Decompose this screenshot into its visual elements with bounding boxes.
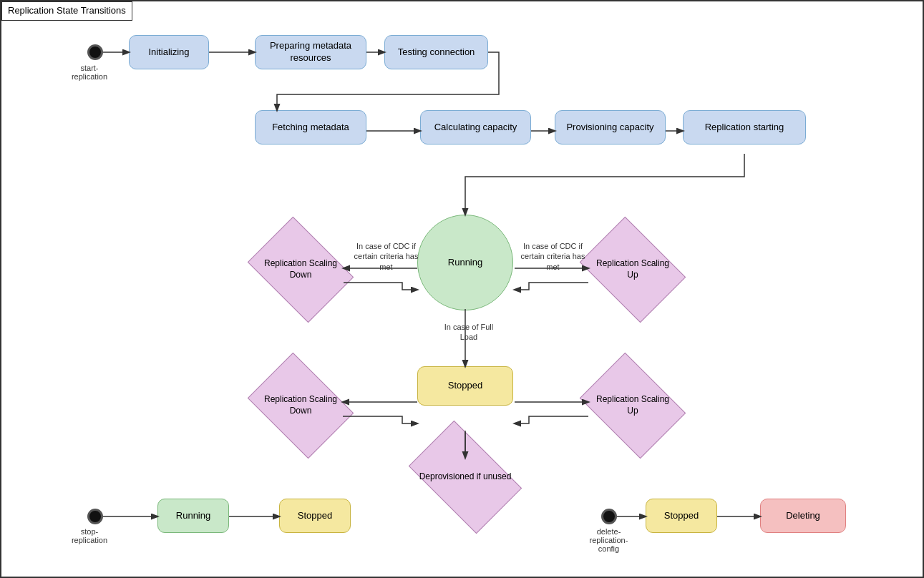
provisioning-capacity-state: Provisioning capacity <box>555 110 666 144</box>
scaling-up-top-diamond: Replication Scaling Up <box>590 237 676 302</box>
stopped-main-state: Stopped <box>417 366 513 406</box>
page-title: Replication State Transitions <box>1 1 132 21</box>
running-main-state: Running <box>417 215 513 310</box>
scaling-up-bottom-diamond: Replication Scaling Up <box>590 373 676 438</box>
cdc-left-top-label: In case of CDC if certain criteria has m… <box>352 241 420 272</box>
full-load-label: In case of Full Load <box>440 322 497 343</box>
stop-replication-label: stop-replication <box>64 527 115 544</box>
fetching-metadata-state: Fetching metadata <box>255 110 366 144</box>
running-bottom-state: Running <box>157 499 229 533</box>
delete-replication-node <box>601 509 617 524</box>
deleting-state: Deleting <box>760 499 846 533</box>
delete-replication-label: delete-replication- config <box>578 527 639 553</box>
deprovisioned-diamond: Deprovisioned if unused <box>417 445 513 509</box>
initializing-state: Initializing <box>129 35 209 69</box>
scaling-down-bottom-diamond: Replication Scaling Down <box>258 373 344 438</box>
testing-connection-state: Testing connection <box>384 35 488 69</box>
stop-replication-node <box>87 509 103 524</box>
start-replication-label: start-replication <box>64 64 115 81</box>
stopped-bottom-left-state: Stopped <box>279 499 351 533</box>
scaling-down-top-diamond: Replication Scaling Down <box>258 237 344 302</box>
replication-starting-state: Replication starting <box>683 110 806 144</box>
calculating-capacity-state: Calculating capacity <box>420 110 531 144</box>
cdc-right-top-label: In case of CDC if certain criteria has m… <box>519 241 587 272</box>
start-node <box>87 44 103 60</box>
preparing-metadata-state: Preparing metadata resources <box>255 35 366 69</box>
stopped-bottom-right-state: Stopped <box>646 499 717 533</box>
